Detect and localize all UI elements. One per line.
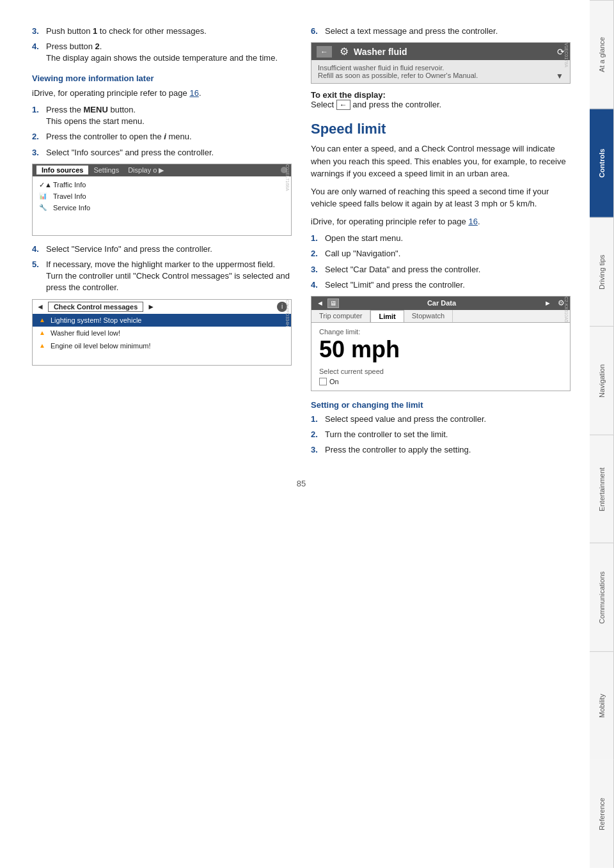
select-current-speed-label: Select current speed [319, 368, 562, 375]
main-content: 3. Push button 1 to check for other mess… [0, 0, 590, 868]
speed-step-3-text: Select "Car Data" and press the controll… [325, 264, 571, 275]
tab-navigation[interactable]: Navigation [590, 326, 614, 435]
tab-trip-computer[interactable]: Trip computer [311, 310, 370, 322]
step-4-num: 4. [32, 41, 46, 64]
setting-step-2-text: Turn the controller to set the limit. [325, 429, 571, 440]
washer-title: Washer fluid [354, 47, 407, 57]
idrive-ref-text: iDrive, for operating principle refer to… [32, 88, 189, 98]
cardata-nav-right-icon: ► [544, 299, 551, 307]
setting-step-2: 2. Turn the controller to set the limit. [311, 429, 571, 440]
info-sources-tab: Info sources [36, 166, 88, 174]
setting-step-1: 1. Select speed value and press the cont… [311, 414, 571, 425]
speed-step-4-text: Select "Limit" and press the controller. [325, 279, 571, 291]
on-checkbox[interactable]: On [319, 378, 562, 385]
speed-step-1-num: 1. [311, 233, 325, 244]
tab-mobility[interactable]: Mobility [590, 651, 614, 760]
page-number: 85 [32, 479, 571, 488]
traffic-info-label: Traffic Info [53, 181, 86, 189]
warning-icon-2: ▲ [38, 329, 47, 337]
washer-body-text: Insufficient washer fluid in fluid reser… [318, 64, 478, 79]
service-info-item: 🔧 Service Info [36, 202, 287, 213]
screenshot-id-2: C/KXFD334H [285, 300, 290, 365]
speed-step-4-num: 4. [311, 279, 325, 291]
left-step-4-text: Select "Service Info" and press the cont… [46, 244, 292, 255]
setting-step-2-num: 2. [311, 429, 325, 440]
left-column: 3. Push button 1 to check for other mess… [32, 26, 292, 460]
tab-entertainment[interactable]: Entertainment [590, 435, 614, 543]
right-column: 6. Select a text message and press the c… [311, 26, 571, 460]
washer-body: Insufficient washer fluid in fluid reser… [311, 60, 570, 83]
tab-reference[interactable]: Reference [590, 760, 614, 868]
view-step-2-text: Press the controller to open the i menu. [46, 131, 292, 143]
speed-limit-para-2: You are only warned of reaching this spe… [311, 185, 571, 210]
to-exit-text: To exit the display: Select ← and press … [311, 90, 571, 109]
speed-step-2-num: 2. [311, 248, 325, 260]
setting-step-3: 3. Press the controller to apply the set… [311, 444, 571, 456]
left-step-5: 5. If necessary, move the highlight mark… [32, 259, 292, 294]
tab-driving-tips[interactable]: Driving tips [590, 217, 614, 326]
tab-stopwatch[interactable]: Stopwatch [404, 310, 453, 322]
exit-arrow-icon: ← [336, 100, 350, 110]
travel-info-label: Travel Info [53, 192, 86, 200]
info-sources-screenshot: Info sources Settings Display o ▶ ✓▲ Tra… [32, 164, 292, 236]
side-tabs: At a glance Controls Driving tips Naviga… [590, 0, 614, 868]
step-3-num: 3. [32, 26, 46, 37]
speed-display: 50 mph [319, 337, 562, 362]
tab-communications[interactable]: Communications [590, 543, 614, 651]
setting-step-3-text: Press the controller to apply the settin… [325, 444, 571, 456]
idrive-ref-viewing: iDrive, for operating principle refer to… [32, 87, 292, 100]
speed-step-4: 4. Select "Limit" and press the controll… [311, 279, 571, 291]
cc-nav-right-icon: ► [147, 302, 155, 311]
speed-limit-page-ref[interactable]: 16 [468, 217, 477, 226]
setting-step-1-num: 1. [311, 414, 325, 425]
tab-limit[interactable]: Limit [370, 310, 404, 322]
washer-more-arrow: ▼ [556, 72, 563, 81]
tab-controls[interactable]: Controls [590, 109, 614, 217]
washer-header: ← ⚙ Washer fluid ⟳ [311, 43, 570, 60]
travel-icon: 📊 [39, 192, 49, 200]
speed-limit-idrive-ref: iDrive, for operating principle refer to… [311, 215, 571, 228]
right-step-6: 6. Select a text message and press the c… [311, 26, 571, 37]
speed-step-2: 2. Call up "Navigation". [311, 248, 571, 260]
screenshot-id-1: C01EL7168A [285, 164, 290, 235]
page-num-text: 85 [297, 479, 306, 488]
cardata-tabs: Trip computer Limit Stopwatch [311, 310, 570, 323]
right-step-6-num: 6. [311, 26, 325, 37]
traffic-info-item: ✓▲ Traffic Info [36, 179, 287, 190]
washer-icon: ⚙ [340, 45, 349, 58]
cc-item-3-label: Engine oil level below minimum! [51, 342, 151, 350]
speed-step-1: 1. Open the start menu. [311, 233, 571, 244]
cc-item-3: ▲ Engine oil level below minimum! [33, 339, 291, 352]
cc-item-1: ▲ Lighting system! Stop vehicle [33, 314, 291, 327]
left-step-5-num: 5. [32, 259, 46, 294]
washer-fluid-screenshot: ← ⚙ Washer fluid ⟳ Insufficient washer f… [311, 42, 571, 84]
cc-item-2: ▲ Washer fluid level low! [33, 327, 291, 339]
step-3: 3. Push button 1 to check for other mess… [32, 26, 292, 37]
cardata-nav-left-icon: ◄ [317, 299, 324, 307]
setting-changing-heading: Setting or changing the limit [311, 400, 571, 410]
cardata-header: ◄ 🖥 Car Data ► ⚙ [311, 297, 570, 310]
traffic-icon: ✓▲ [39, 181, 49, 189]
check-control-screenshot: ◄ Check Control messages ► i ▲ Lighting … [32, 299, 292, 366]
settings-tab: Settings [90, 166, 123, 174]
viewing-section-heading: Viewing more information later [32, 74, 292, 83]
setting-step-1-text: Select speed value and press the control… [325, 414, 571, 425]
speed-step-1-text: Open the start menu. [325, 233, 571, 244]
cc-item-1-label: Lighting system! Stop vehicle [51, 316, 141, 324]
view-step-1-text: Press the MENU button.This opens the sta… [46, 104, 292, 127]
screenshot-id-4: C2.KX610A5 [564, 297, 569, 391]
cardata-monitor-icon: 🖥 [327, 298, 339, 308]
speed-step-3-num: 3. [311, 264, 325, 275]
speed-limit-heading: Speed limit [311, 121, 571, 137]
view-step-2: 2. Press the controller to open the i me… [32, 131, 292, 143]
view-step-3: 3. Select "Info sources" and press the c… [32, 147, 292, 159]
view-step-1: 1. Press the MENU button.This opens the … [32, 104, 292, 127]
page-ref-viewing[interactable]: 16 [189, 88, 198, 98]
checkbox-square-icon[interactable] [319, 378, 327, 385]
service-icon: 🔧 [39, 204, 49, 212]
left-step-4: 4. Select "Service Info" and press the c… [32, 244, 292, 255]
left-step-5-text: If necessary, move the highlight marker … [46, 259, 292, 294]
cardata-title: Car Data [343, 299, 540, 307]
tab-at-a-glance[interactable]: At a glance [590, 0, 614, 109]
speed-step-2-text: Call up "Navigation". [325, 248, 571, 260]
